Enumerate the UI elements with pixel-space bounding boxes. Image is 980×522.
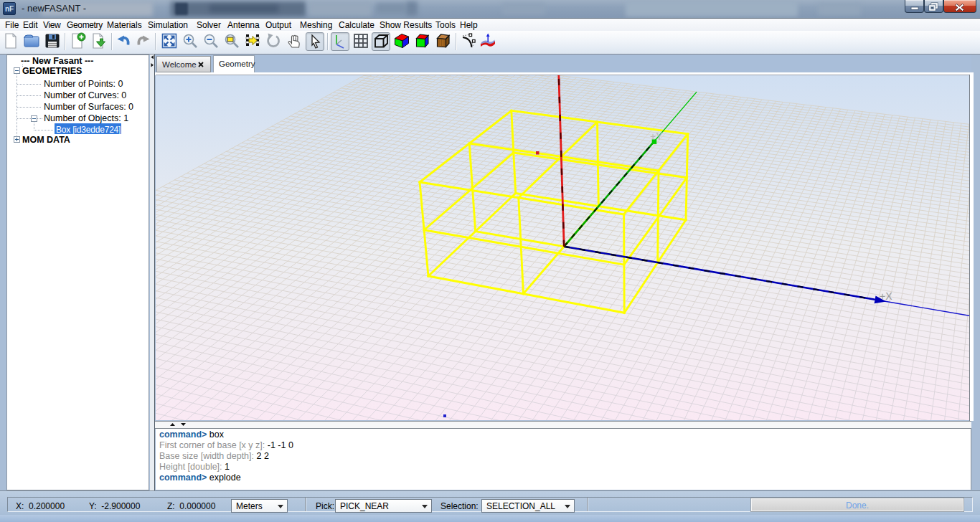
svg-text:+Y: +Y	[650, 130, 663, 142]
svg-text:+X: +X	[880, 290, 892, 302]
